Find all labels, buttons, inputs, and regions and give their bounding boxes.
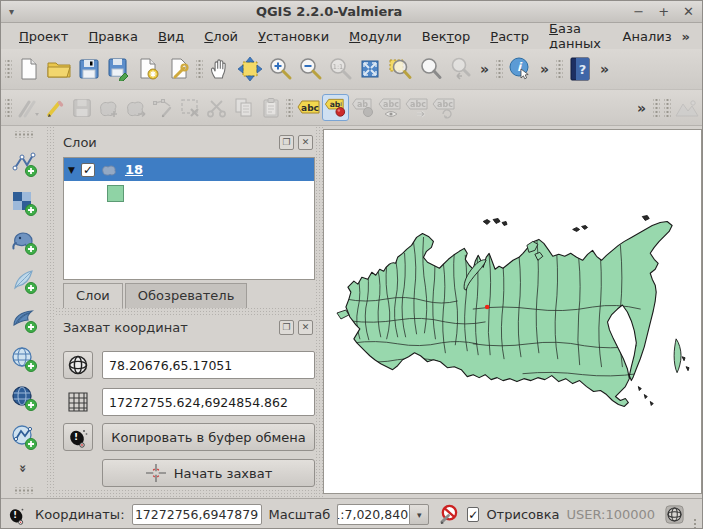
zoom-out-icon bbox=[297, 56, 323, 82]
toolbar-overflow-icon[interactable]: » bbox=[632, 100, 651, 116]
dock-splitter-vertical[interactable] bbox=[315, 126, 323, 498]
close-panel-icon[interactable]: ✕ bbox=[298, 320, 313, 335]
mouse-tracking-button[interactable]: ! bbox=[63, 423, 93, 451]
scale-dropdown-icon[interactable]: ▾ bbox=[409, 504, 429, 525]
toolbar-grip[interactable] bbox=[556, 58, 563, 80]
wrangel-island bbox=[642, 216, 649, 221]
expand-triangle-icon[interactable]: ▼ bbox=[68, 165, 75, 175]
mouse-tracking-toggle[interactable]: ! bbox=[6, 501, 28, 529]
menu-layer[interactable]: Слой bbox=[194, 26, 248, 47]
labeling-button[interactable]: abc bbox=[295, 94, 322, 121]
stop-render-button[interactable] bbox=[436, 501, 460, 529]
add-mssql-layer-button[interactable] bbox=[9, 305, 39, 335]
toolbar-grip[interactable] bbox=[5, 97, 12, 119]
menu-overflow-icon[interactable]: » bbox=[682, 29, 694, 44]
scale-value-field[interactable]: 1:7,020,840 bbox=[337, 504, 409, 525]
copy-to-clipboard-button[interactable]: Копировать в буфер обмена bbox=[102, 423, 315, 451]
toolbar-grip[interactable] bbox=[653, 97, 660, 119]
new-project-button[interactable] bbox=[14, 54, 44, 84]
new-from-template-button[interactable] bbox=[134, 54, 164, 84]
float-panel-icon[interactable]: ❐ bbox=[279, 320, 294, 335]
toolbar-grip[interactable] bbox=[5, 58, 12, 80]
add-spatialite-layer-button[interactable] bbox=[9, 266, 39, 296]
menu-analysis[interactable]: Анализ bbox=[613, 26, 682, 47]
menu-plugins[interactable]: Модули bbox=[339, 26, 412, 47]
close-button[interactable]: ✕ bbox=[683, 2, 694, 22]
add-vector-layer-button[interactable] bbox=[9, 149, 39, 179]
layer-name[interactable]: 18 bbox=[125, 162, 143, 177]
toolbar-grip[interactable] bbox=[664, 97, 671, 119]
projected-coords-field[interactable]: 17272755.624,6924854.862 bbox=[102, 388, 315, 416]
maximize-button[interactable]: + bbox=[658, 2, 669, 22]
menu-vector[interactable]: Вектор bbox=[412, 26, 481, 47]
toolbar-overflow-icon[interactable]: » bbox=[535, 61, 554, 77]
svg-text:abc: abc bbox=[383, 100, 399, 109]
zoom-out-button[interactable] bbox=[295, 54, 325, 84]
zoom-in-button[interactable] bbox=[265, 54, 295, 84]
add-feature-icon bbox=[97, 97, 121, 119]
render-checkbox[interactable]: ✓ bbox=[467, 507, 479, 522]
start-capture-button[interactable]: Начать захват bbox=[102, 459, 315, 487]
geographic-crs-button[interactable] bbox=[63, 351, 93, 379]
toolbar-grip[interactable] bbox=[13, 487, 35, 494]
svg-text:!: ! bbox=[13, 509, 17, 519]
tab-layers[interactable]: Слои bbox=[63, 283, 123, 308]
open-project-button[interactable] bbox=[44, 54, 74, 84]
add-wms-layer-button[interactable] bbox=[9, 344, 39, 374]
geographic-coords-field[interactable]: 78.20676,65.17051 bbox=[102, 351, 315, 379]
pan-map-button[interactable] bbox=[205, 54, 235, 84]
window-resize-grip[interactable] bbox=[693, 518, 697, 529]
toolbar-grip[interactable] bbox=[13, 131, 35, 138]
scale-combobox[interactable]: 1:7,020,840 ▾ bbox=[337, 504, 429, 525]
project-properties-button[interactable] bbox=[164, 54, 194, 84]
save-project-button[interactable] bbox=[74, 54, 104, 84]
menu-raster[interactable]: Растр bbox=[480, 26, 539, 47]
tab-browser[interactable]: Обозреватель bbox=[125, 283, 248, 308]
layer-row[interactable]: ▼ ✓ 18 bbox=[64, 158, 314, 181]
coordinates-field[interactable]: 17272756,6947879 bbox=[132, 504, 262, 525]
map-canvas[interactable] bbox=[323, 129, 702, 494]
dock-splitter-left[interactable] bbox=[46, 126, 55, 498]
new-siberian-islands bbox=[573, 225, 588, 231]
zoom-to-layer-button[interactable] bbox=[385, 54, 415, 84]
crs-status-button[interactable] bbox=[662, 501, 686, 529]
layer-symbol-swatch[interactable] bbox=[107, 185, 124, 202]
toolbar-overflow-icon[interactable]: » bbox=[595, 61, 614, 77]
copy-features-button bbox=[230, 94, 257, 121]
mountain-icon bbox=[674, 97, 700, 119]
pan-to-selection-button[interactable] bbox=[235, 54, 265, 84]
toolbar-overflow-icon[interactable]: » bbox=[475, 61, 494, 77]
help-button[interactable]: ? bbox=[565, 54, 595, 84]
float-panel-icon[interactable]: ❐ bbox=[279, 135, 294, 150]
menu-project[interactable]: Проект bbox=[9, 26, 78, 47]
window-menu-icon[interactable]: ▾ bbox=[9, 6, 25, 17]
dock-splitter-bottom[interactable] bbox=[55, 489, 315, 498]
dock-splitter-horizontal[interactable] bbox=[55, 307, 315, 316]
minimize-button[interactable]: − bbox=[633, 2, 644, 22]
help-book-icon: ? bbox=[568, 56, 592, 82]
toolbar-grip[interactable] bbox=[496, 58, 503, 80]
save-project-as-button[interactable] bbox=[104, 54, 134, 84]
label-rotate-icon: abc bbox=[431, 97, 457, 119]
toolbar-more-icon[interactable]: » bbox=[19, 461, 27, 476]
menu-settings[interactable]: Установки bbox=[248, 26, 339, 47]
zoom-to-selection-button[interactable] bbox=[415, 54, 445, 84]
zoom-full-button[interactable] bbox=[355, 54, 385, 84]
add-wfs-layer-button[interactable] bbox=[9, 422, 39, 452]
add-postgis-layer-button[interactable] bbox=[9, 227, 39, 257]
coordinate-capture-panel: Захват координат ❐ ✕ 78.20676,65.17051 1… bbox=[55, 316, 319, 338]
add-wcs-layer-button[interactable] bbox=[9, 383, 39, 413]
label-rotate-button: abc bbox=[430, 94, 457, 121]
add-raster-layer-button[interactable] bbox=[9, 188, 39, 218]
zoom-native-icon: 1:1 bbox=[327, 56, 353, 82]
toolbar-grip[interactable] bbox=[286, 97, 293, 119]
menu-view[interactable]: Вид bbox=[148, 26, 194, 47]
label-pin-button[interactable]: ab bbox=[322, 94, 349, 121]
menu-edit[interactable]: Правка bbox=[78, 26, 147, 47]
render-label: Отрисовка bbox=[486, 507, 559, 522]
toolbar-grip[interactable] bbox=[196, 58, 203, 80]
close-panel-icon[interactable]: ✕ bbox=[298, 135, 313, 150]
layer-visibility-checkbox[interactable]: ✓ bbox=[81, 163, 95, 177]
toggle-editing-button[interactable] bbox=[41, 94, 68, 121]
identify-button[interactable]: i bbox=[505, 54, 535, 84]
